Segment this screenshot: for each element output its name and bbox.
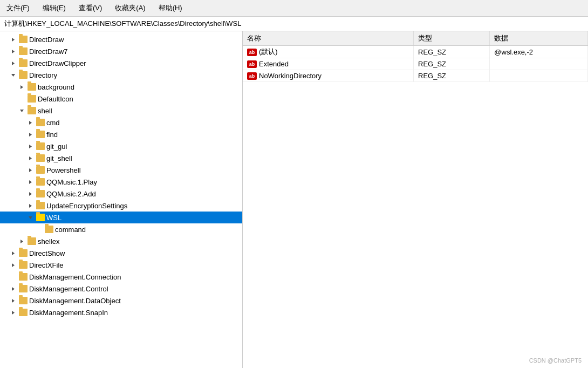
table-row[interactable]: abExtendedREG_SZ — [243, 58, 588, 70]
expand-btn-directdrawclipper[interactable] — [9, 59, 17, 67]
node-label-qqmusic2: QQMusic.2.Add — [46, 190, 96, 198]
svg-marker-9 — [29, 156, 32, 160]
node-label-find: find — [46, 131, 58, 139]
tree-node-defaulticon[interactable]: DefaultIcon — [0, 93, 242, 105]
folder-icon-wsl — [36, 214, 45, 221]
folder-icon-shellex — [28, 237, 36, 245]
menu-file[interactable]: 文件(F) — [4, 2, 32, 14]
cell-data-1 — [490, 58, 588, 70]
folder-icon-shell — [28, 107, 36, 114]
tree-node-diskmanagement_dataobject[interactable]: DiskManagement.DataObject — [0, 295, 242, 306]
node-label-git_shell: git_shell — [46, 154, 72, 162]
tree-node-git_shell[interactable]: git_shell — [0, 152, 242, 164]
node-label-wsl: WSL — [46, 214, 61, 222]
tree-node-cmd[interactable]: cmd — [0, 117, 242, 128]
expand-btn-updateencryption[interactable] — [26, 201, 35, 210]
node-label-diskmanagement_control: DiskManagement.Control — [29, 285, 108, 293]
folder-icon-diskmanagement_dataobject — [19, 297, 28, 304]
node-label-shellex: shellex — [38, 237, 59, 246]
table-row[interactable]: abNoWorkingDirectoryREG_SZ — [243, 70, 588, 82]
svg-marker-7 — [29, 133, 32, 137]
expand-btn-git_gui[interactable] — [26, 142, 35, 151]
reg-icon-2: ab — [247, 72, 257, 80]
tree-node-updateencryption[interactable]: UpdateEncryptionSettings — [0, 200, 242, 212]
col-data: 数据 — [490, 31, 588, 46]
expand-btn-diskmanagement_snapin[interactable] — [9, 308, 17, 317]
tree-node-qqmusic2[interactable]: QQMusic.2.Add — [0, 188, 242, 200]
tree-node-find[interactable]: find — [0, 128, 242, 140]
tree-node-qqmusic1[interactable]: QQMusic.1.Play — [0, 176, 242, 188]
folder-icon-directdraw7 — [19, 47, 28, 55]
menu-edit[interactable]: 编辑(E) — [40, 2, 68, 14]
registry-table: 名称 类型 数据 ab(默认)REG_SZ@wsl.exe,-2abExtend… — [243, 31, 588, 82]
expand-btn-shellex[interactable] — [17, 237, 26, 246]
col-type: 类型 — [414, 31, 490, 46]
node-label-directdraw7: DirectDraw7 — [29, 47, 68, 56]
folder-icon-git_gui — [36, 142, 45, 150]
tree-node-directdraw7[interactable]: DirectDraw7 — [0, 45, 242, 57]
tree-node-diskmanagement_connection[interactable]: DiskManagement.Connection — [0, 271, 242, 283]
expand-btn-find[interactable] — [26, 130, 35, 139]
expand-btn-wsl[interactable] — [26, 213, 35, 222]
node-label-command: command — [55, 226, 86, 234]
menu-favorites[interactable]: 收藏夹(A) — [113, 2, 147, 14]
node-label-directory: Directory — [29, 71, 57, 79]
expand-btn-shell[interactable] — [17, 106, 26, 115]
tree-node-directxfile[interactable]: DirectXFile — [0, 259, 242, 271]
tree-node-diskmanagement_snapin[interactable]: DiskManagement.SnapIn — [0, 306, 242, 318]
expand-btn-git_shell[interactable] — [26, 154, 35, 162]
table-row[interactable]: ab(默认)REG_SZ@wsl.exe,-2 — [243, 46, 588, 58]
svg-marker-8 — [29, 145, 32, 148]
tree-node-powershell[interactable]: Powershell — [0, 164, 242, 176]
expand-btn-directshow[interactable] — [9, 249, 17, 257]
tree-node-diskmanagement_control[interactable]: DiskManagement.Control — [0, 283, 242, 295]
folder-icon-qqmusic1 — [36, 178, 45, 186]
tree-node-command[interactable]: command — [0, 223, 242, 235]
svg-marker-5 — [20, 110, 24, 112]
expand-btn-diskmanagement_dataobject[interactable] — [9, 296, 17, 305]
tree-node-directshow[interactable]: DirectShow — [0, 247, 242, 259]
tree-node-directdrawclipper[interactable]: DirectDrawClipper — [0, 57, 242, 69]
expand-btn-qqmusic2[interactable] — [26, 189, 35, 198]
expand-btn-command[interactable] — [35, 225, 43, 234]
svg-marker-0 — [12, 38, 15, 42]
expand-btn-powershell[interactable] — [26, 166, 35, 174]
node-label-defaulticon: DefaultIcon — [38, 95, 73, 103]
tree-node-git_gui[interactable]: git_gui — [0, 140, 242, 152]
svg-marker-6 — [29, 121, 32, 125]
expand-btn-diskmanagement_connection[interactable] — [9, 272, 17, 281]
expand-btn-background[interactable] — [17, 83, 26, 91]
folder-icon-directshow — [19, 249, 28, 257]
expand-btn-directdraw7[interactable] — [9, 47, 17, 56]
node-label-git_gui: git_gui — [46, 142, 67, 151]
expand-btn-directory[interactable] — [9, 71, 17, 79]
expand-btn-directdraw[interactable] — [9, 35, 17, 44]
expand-btn-diskmanagement_control[interactable] — [9, 284, 17, 293]
tree-node-wsl[interactable]: WSL — [0, 212, 242, 223]
expand-btn-qqmusic1[interactable] — [26, 178, 35, 186]
menu-view[interactable]: 查看(V) — [77, 2, 104, 14]
svg-marker-13 — [29, 204, 32, 208]
tree-node-directdraw[interactable]: DirectDraw — [0, 33, 242, 45]
menu-help[interactable]: 帮助(H) — [156, 2, 184, 14]
address-path: 计算机\HKEY_LOCAL_MACHINE\SOFTWARE\Classes\… — [4, 19, 241, 28]
tree-node-directory[interactable]: Directory — [0, 69, 242, 81]
node-label-diskmanagement_connection: DiskManagement.Connection — [29, 273, 121, 281]
svg-marker-10 — [29, 168, 32, 172]
watermark: CSDN @ChatGPT5 — [529, 357, 582, 364]
folder-icon-cmd — [36, 119, 45, 126]
tree-panel[interactable]: DirectDrawDirectDraw7DirectDrawClipperDi… — [0, 31, 243, 368]
tree-node-background[interactable]: background — [0, 81, 242, 93]
expand-btn-directxfile[interactable] — [9, 261, 17, 269]
tree-node-shell[interactable]: shell — [0, 105, 242, 117]
tree-node-shellex[interactable]: shellex — [0, 235, 242, 247]
expand-btn-cmd[interactable] — [26, 118, 35, 127]
cell-type-1: REG_SZ — [414, 58, 490, 70]
cell-data-2 — [490, 70, 588, 82]
expand-btn-defaulticon[interactable] — [17, 94, 26, 103]
svg-marker-20 — [12, 311, 15, 315]
node-label-qqmusic1: QQMusic.1.Play — [46, 178, 97, 186]
cell-name-1: abExtended — [243, 58, 414, 70]
node-label-diskmanagement_dataobject: DiskManagement.DataObject — [29, 297, 121, 305]
folder-icon-directdraw — [19, 36, 28, 43]
